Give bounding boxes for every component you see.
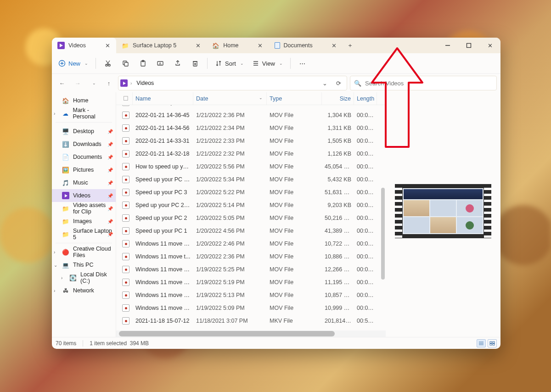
table-row[interactable]: Windows 11 move t...1/20/2022 2:36 PMMOV… xyxy=(116,250,386,263)
close-icon[interactable]: ✕ xyxy=(330,41,338,50)
file-type: MOV File xyxy=(267,292,322,298)
paste-button[interactable] xyxy=(135,56,151,71)
sidebar-item-images[interactable]: 📁Images📌 xyxy=(52,215,116,228)
new-button[interactable]: New⌄ xyxy=(55,56,92,71)
more-button[interactable]: ⋯ xyxy=(294,56,311,71)
sidebar-item-music[interactable]: 🎵Music📌 xyxy=(52,176,116,189)
sidebar-onedrive[interactable]: ›☁Mark - Personal xyxy=(52,107,116,120)
col-type[interactable]: Type xyxy=(267,92,322,105)
chevron-right-icon[interactable]: › xyxy=(54,250,55,255)
col-size[interactable]: Size xyxy=(322,92,354,105)
sidebar-ccf[interactable]: ›🔴Creative Cloud Files xyxy=(52,246,116,258)
cut-button[interactable] xyxy=(100,56,116,71)
table-row[interactable]: 2022-01-21 14-33-311/21/2022 2:33 PMMOV … xyxy=(116,134,386,147)
file-name: Windows 11 move s... xyxy=(133,241,193,247)
chevron-down-icon[interactable]: ⌄ xyxy=(318,77,331,90)
file-date: 1/19/2022 5:09 PM xyxy=(193,305,267,311)
search-box[interactable]: 🔍 xyxy=(350,76,497,90)
table-row[interactable]: Windows 11 move S...1/19/2022 5:09 PMMOV… xyxy=(116,302,386,314)
pin-icon: 📌 xyxy=(107,142,113,147)
close-icon[interactable]: ✕ xyxy=(256,41,264,50)
address-bar[interactable]: › Videos ⌄ ⟳ xyxy=(118,76,347,90)
video-file-icon xyxy=(122,163,129,170)
share-button[interactable] xyxy=(169,56,186,71)
window-close-button[interactable]: ✕ xyxy=(479,38,500,53)
table-row[interactable]: Windows 11 move s...1/20/2022 2:46 PMMOV… xyxy=(116,237,386,250)
svg-marker-23 xyxy=(123,82,126,85)
sidebar-item-documents[interactable]: 📄Documents📌 xyxy=(52,151,116,163)
tab-home[interactable]: 🏠 Home ✕ xyxy=(207,38,269,53)
rename-button[interactable]: A xyxy=(152,56,169,71)
close-icon[interactable]: ✕ xyxy=(103,41,112,50)
minimize-button[interactable] xyxy=(437,38,458,53)
table-row[interactable]: How to speed up yo...1/20/2022 5:56 PMMO… xyxy=(116,160,386,173)
table-row[interactable]: Speed up your PC 11/20/2022 4:56 PMMOV F… xyxy=(116,224,386,237)
file-name: 2021-11-18 15-07-12 xyxy=(133,318,193,324)
chevron-down-icon[interactable]: ⌄ xyxy=(54,263,57,268)
table-row[interactable]: Speed up your PC 31/20/2022 5:22 PMMOV F… xyxy=(116,186,386,199)
toolbar: New⌄ A Sort⌄ View⌄ ⋯ xyxy=(52,53,500,74)
chevron-right-icon[interactable]: › xyxy=(61,275,62,280)
recent-button[interactable]: ⌄ xyxy=(87,77,100,90)
video-file-icon xyxy=(122,253,129,260)
rows-viewport[interactable]: Wordle cold open1/21/2022 2:56 PMMOV Fil… xyxy=(116,105,386,337)
file-type: MOV File xyxy=(267,125,322,131)
thumbnails-view-button[interactable] xyxy=(488,339,497,347)
folder-icon: 📁 xyxy=(62,218,69,225)
sidebar-network[interactable]: ›🖧Network xyxy=(52,284,116,297)
table-row[interactable]: Wordle cold open1/21/2022 2:56 PMMOV Fil… xyxy=(116,105,386,109)
sidebar-localdisk[interactable]: ›💽Local Disk (C:) xyxy=(52,271,116,284)
details-view-button[interactable] xyxy=(477,339,486,347)
copy-button[interactable] xyxy=(117,56,134,71)
table-row[interactable]: Sped up your PC 2 cl...1/20/2022 5:14 PM… xyxy=(116,199,386,212)
video-file-icon xyxy=(122,137,129,145)
sidebar-item-downloads[interactable]: ⬇️Downloads📌 xyxy=(52,138,116,151)
sidebar-home[interactable]: 🏠Home xyxy=(52,94,116,107)
sidebar-item-surface-laptop-5[interactable]: 📁Surface Laptop 5📌 xyxy=(52,228,116,241)
chevron-right-icon[interactable]: › xyxy=(54,288,55,293)
delete-button[interactable] xyxy=(187,56,203,71)
sidebar-item-pictures[interactable]: 🖼️Pictures📌 xyxy=(52,163,116,176)
table-row[interactable]: Speed up your PC 3 ...1/20/2022 5:34 PMM… xyxy=(116,173,386,186)
close-icon[interactable]: ✕ xyxy=(194,41,202,50)
chevron-right-icon[interactable]: › xyxy=(54,111,55,116)
table-row[interactable]: 2022-01-21 14-36-451/21/2022 2:36 PMMOV … xyxy=(116,109,386,122)
sidebar-item-desktop[interactable]: 🖥️Desktop📌 xyxy=(52,125,116,138)
table-row[interactable]: Windows 11 move s...1/19/2022 5:19 PMMOV… xyxy=(116,276,386,289)
forward-button[interactable]: → xyxy=(71,77,84,90)
add-tab-button[interactable]: ＋ xyxy=(343,38,358,53)
refresh-button[interactable]: ⟳ xyxy=(332,77,345,90)
up-button[interactable]: ↑ xyxy=(102,77,115,90)
table-row[interactable]: Windows 11 move s...1/19/2022 5:25 PMMOV… xyxy=(116,263,386,276)
maximize-button[interactable] xyxy=(458,38,479,53)
col-length[interactable]: Length xyxy=(354,92,377,105)
sidebar-item-video-assets-for-clip[interactable]: 📁Video assets for Clip📌 xyxy=(52,202,116,215)
select-all-checkbox[interactable]: ☐ xyxy=(119,92,133,105)
file-size: 9,203 KB xyxy=(322,202,354,208)
sidebar-thispc[interactable]: ⌄💻This PC xyxy=(52,258,116,271)
search-input[interactable] xyxy=(365,80,493,87)
table-row[interactable]: 2022-01-21 14-34-561/21/2022 2:34 PMMOV … xyxy=(116,122,386,134)
table-row[interactable]: 2021-11-18 15-07-1211/18/2021 3:07 PMMKV… xyxy=(116,314,386,327)
svg-text:A: A xyxy=(159,62,162,66)
breadcrumb[interactable]: Videos xyxy=(135,78,156,88)
scroll-thumb[interactable] xyxy=(381,188,385,280)
table-row[interactable]: Speed up your PC 21/20/2022 5:05 PMMOV F… xyxy=(116,212,386,224)
sidebar-item-videos[interactable]: Videos📌 xyxy=(52,189,116,202)
file-list: ☐ Name Date⌄ Type Size Length Wordle col… xyxy=(116,92,386,337)
col-name[interactable]: Name xyxy=(133,92,193,105)
video-file-icon xyxy=(122,279,129,286)
tab-documents[interactable]: Documents ✕ xyxy=(269,38,343,53)
view-button[interactable]: View⌄ xyxy=(248,56,287,71)
tab-videos[interactable]: Videos ✕ xyxy=(52,38,116,53)
vertical-scrollbar[interactable] xyxy=(379,105,386,337)
table-row[interactable]: 2022-01-21 14-32-181/21/2022 2:32 PMMOV … xyxy=(116,147,386,160)
file-date: 1/20/2022 5:05 PM xyxy=(193,215,267,221)
table-row[interactable]: Windows 11 move s...1/19/2022 5:13 PMMOV… xyxy=(116,289,386,302)
svg-rect-28 xyxy=(490,342,492,343)
col-date[interactable]: Date⌄ xyxy=(193,92,267,105)
back-button[interactable]: ← xyxy=(56,77,68,90)
nav-pane[interactable]: 🏠Home ›☁Mark - Personal 🖥️Desktop📌⬇️Down… xyxy=(52,92,116,337)
tab-surface[interactable]: 📁 Surface Laptop 5 ✕ xyxy=(116,38,207,53)
sort-button[interactable]: Sort⌄ xyxy=(211,56,247,71)
